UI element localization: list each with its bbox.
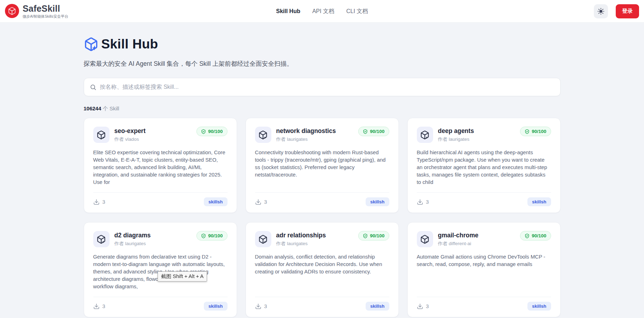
source-tag-badge: skillsh — [527, 302, 551, 311]
download-count-value: 3 — [102, 199, 105, 205]
nav-item-cli-docs[interactable]: CLI 文档 — [346, 8, 368, 15]
download-count: 3 — [417, 199, 429, 205]
download-icon — [255, 199, 261, 205]
download-icon — [93, 303, 100, 310]
source-tag-badge: skillsh — [527, 197, 551, 206]
skill-description: Build hierarchical AI agents using the d… — [417, 149, 551, 186]
skill-author: 作者 vlados — [114, 136, 146, 143]
skill-cube-icon — [255, 127, 271, 143]
skill-cube-icon — [417, 231, 433, 247]
screenshot-shortcut-tooltip: 截图 Shift + Alt + A — [158, 271, 207, 282]
download-count-value: 3 — [426, 199, 429, 205]
sun-icon — [597, 8, 604, 15]
search-input[interactable] — [100, 84, 555, 90]
skill-name: d2 diagrams — [114, 232, 151, 239]
skill-card-grid: seo-expert 作者 vlados 90/100 Elite SEO ex… — [84, 118, 561, 318]
skill-name: gmail-chrome — [438, 232, 479, 239]
skill-author: 作者 laurigates — [276, 241, 326, 247]
result-count-number: 106244 — [84, 105, 101, 111]
skill-description: Automate Gmail actions using Chrome DevT… — [417, 253, 551, 268]
security-score-badge: 90/100 — [358, 127, 389, 136]
page-subtitle: 探索最大的安全 AI Agent Skill 集合，每个 Skill 上架前都经… — [84, 59, 561, 68]
skill-description: Connectivity troubleshooting with modern… — [255, 149, 389, 179]
shield-check-icon — [525, 129, 530, 134]
skill-hub-cube-icon — [84, 37, 99, 52]
skill-name: network diagnostics — [276, 127, 336, 135]
skill-author: 作者 different-ai — [438, 241, 479, 247]
skill-author: 作者 laurigates — [438, 136, 474, 143]
security-score-value: 90/100 — [370, 233, 384, 238]
source-tag-badge: skillsh — [366, 197, 389, 206]
security-score-badge: 90/100 — [520, 231, 551, 241]
skill-card[interactable]: d2 diagrams 作者 laurigates 90/100 Generat… — [84, 222, 237, 317]
shield-check-icon — [363, 233, 368, 238]
download-count: 3 — [255, 199, 267, 205]
download-count: 3 — [255, 303, 267, 310]
download-count: 3 — [417, 303, 429, 310]
download-icon — [417, 199, 423, 205]
login-button[interactable]: 登录 — [616, 4, 639, 18]
download-count-value: 3 — [102, 303, 105, 309]
security-score-badge: 90/100 — [358, 231, 389, 241]
brand-tagline: 微步AI智能体Skills安全平台 — [23, 15, 68, 18]
skill-name: deep agents — [438, 127, 474, 135]
security-score-value: 90/100 — [208, 129, 223, 134]
source-tag-badge: skillsh — [366, 302, 389, 311]
security-score-value: 90/100 — [370, 129, 384, 134]
shield-check-icon — [363, 129, 368, 134]
shield-check-icon — [201, 129, 206, 134]
result-count-suffix: 个 Skill — [101, 105, 119, 111]
shield-check-icon — [525, 233, 530, 238]
skill-card[interactable]: adr relationships 作者 laurigates 90/100 D… — [246, 222, 399, 317]
search-icon — [90, 84, 96, 91]
brand-name: SafeSkill — [23, 4, 68, 13]
top-navigation-bar: SafeSkill 微步AI智能体Skills安全平台 Skill Hub AP… — [0, 0, 644, 23]
skill-hub-page: Skill Hub 探索最大的安全 AI Agent Skill 集合，每个 S… — [84, 23, 561, 318]
security-score-value: 90/100 — [532, 233, 546, 238]
skill-description: Elite SEO expertise covering technical o… — [93, 149, 228, 186]
download-icon — [255, 303, 261, 310]
source-tag-badge: skillsh — [204, 302, 227, 311]
skill-description: Domain analysis, conflict detection, and… — [255, 253, 389, 276]
page-title: Skill Hub — [101, 37, 158, 52]
skill-name: seo-expert — [114, 127, 146, 135]
brand-logo[interactable]: SafeSkill 微步AI智能体Skills安全平台 — [5, 4, 68, 18]
security-score-value: 90/100 — [532, 129, 546, 134]
skill-author: 作者 laurigates — [276, 136, 336, 143]
result-count: 106244 个 Skill — [84, 105, 561, 112]
shield-check-icon — [201, 233, 206, 238]
skill-card[interactable]: deep agents 作者 laurigates 90/100 Build h… — [407, 118, 561, 213]
security-score-badge: 90/100 — [520, 127, 551, 136]
source-tag-badge: skillsh — [204, 197, 227, 206]
skill-card[interactable]: seo-expert 作者 vlados 90/100 Elite SEO ex… — [84, 118, 237, 213]
download-count: 3 — [93, 199, 105, 205]
download-count: 3 — [93, 303, 105, 310]
nav-item-api-docs[interactable]: API 文档 — [312, 8, 334, 15]
skill-name: adr relationships — [276, 232, 326, 239]
skill-cube-icon — [255, 231, 271, 247]
download-count-value: 3 — [426, 303, 429, 309]
search-bar[interactable] — [84, 78, 561, 96]
download-count-value: 3 — [264, 199, 267, 205]
skill-cube-icon — [417, 127, 433, 143]
header-actions: 登录 — [594, 4, 639, 18]
security-score-value: 90/100 — [208, 233, 223, 238]
nav-item-skill-hub[interactable]: Skill Hub — [276, 8, 300, 15]
main-nav: Skill Hub API 文档 CLI 文档 — [276, 0, 368, 23]
skill-card[interactable]: network diagnostics 作者 laurigates 90/100… — [246, 118, 399, 213]
security-score-badge: 90/100 — [196, 127, 227, 136]
safeskill-logo-icon — [5, 4, 19, 18]
skill-cube-icon — [93, 127, 110, 143]
skill-author: 作者 laurigates — [114, 241, 151, 247]
download-icon — [417, 303, 423, 310]
security-score-badge: 90/100 — [196, 231, 227, 241]
download-icon — [93, 199, 100, 205]
skill-card[interactable]: gmail-chrome 作者 different-ai 90/100 Auto… — [407, 222, 561, 317]
theme-toggle-button[interactable] — [594, 4, 608, 18]
skill-cube-icon — [93, 231, 110, 247]
download-count-value: 3 — [264, 303, 267, 309]
